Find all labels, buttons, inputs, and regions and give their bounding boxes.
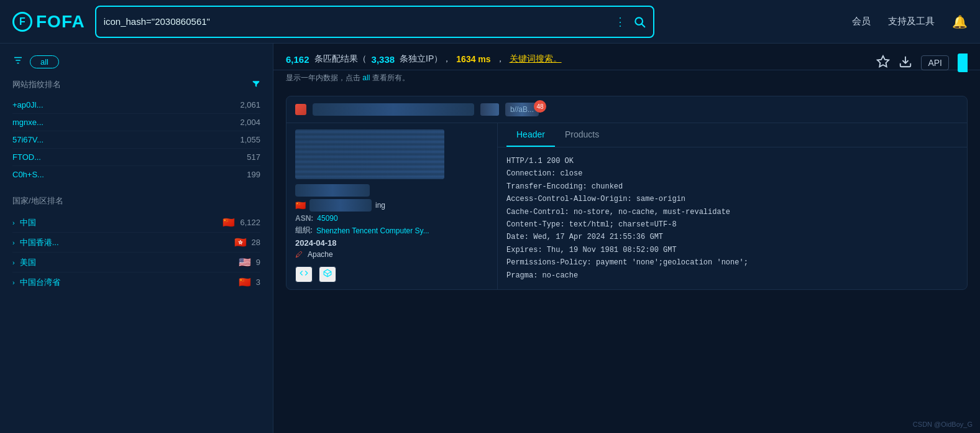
api-button[interactable]: API bbox=[921, 55, 949, 70]
card-right: Header Products HTTP/1.1 200 OK Connecti… bbox=[498, 123, 967, 289]
results-ms-suffix: ， bbox=[496, 54, 505, 65]
country-list: › 中国 🇨🇳 6,122 › 中国香港... 🇭🇰 28 › 美国 🇺🇸 9 … bbox=[12, 213, 260, 292]
header-line-7: Expires: Thu, 19 Nov 1981 08:52:00 GMT bbox=[506, 244, 958, 256]
fingerprint-item-0[interactable]: +ap0Jl... 2,061 bbox=[12, 96, 260, 114]
svg-line-1 bbox=[641, 24, 644, 27]
tab-header[interactable]: Header bbox=[506, 123, 555, 147]
bell-icon[interactable]: 🔔 bbox=[952, 14, 968, 29]
preview-blur bbox=[295, 129, 444, 179]
results-note: 显示一年内数据，点击 all 查看所有。 bbox=[273, 70, 980, 90]
date-row: 2024-04-18 bbox=[295, 238, 488, 248]
sidebar-controls: all bbox=[12, 55, 260, 69]
fingerprint-section-title: 网站指纹排名 bbox=[12, 79, 260, 90]
results-count-label: 条匹配结果（ bbox=[314, 54, 367, 65]
header-line-8: Permissions-Policy: payment 'none';geolo… bbox=[506, 256, 958, 269]
keyword-search-link[interactable]: 关键词搜索。 bbox=[510, 54, 562, 65]
chevron-icon: › bbox=[12, 279, 15, 286]
fingerprint-item-1[interactable]: mgnxe... 2,004 bbox=[12, 114, 260, 131]
nav-tools[interactable]: 支持及工具 bbox=[888, 16, 935, 27]
results-area: 6,162 条匹配结果（ 3,338 条独立IP）， 1634 ms ， 关键词… bbox=[273, 44, 980, 433]
tabs-row: Header Products bbox=[498, 123, 967, 147]
asn-row: ASN: 45090 bbox=[295, 214, 488, 223]
top-actions: API bbox=[876, 54, 968, 72]
results-header: 6,162 条匹配结果（ 3,338 条独立IP）， 1634 ms ， 关键词… bbox=[273, 44, 980, 70]
download-icon[interactable] bbox=[899, 55, 912, 72]
blurred-url[interactable] bbox=[313, 103, 474, 116]
results-header-wrap: 6,162 条匹配结果（ 3,338 条独立IP）， 1634 ms ， 关键词… bbox=[273, 44, 980, 90]
country-item-hk[interactable]: › 中国香港... 🇭🇰 28 bbox=[12, 233, 260, 253]
header-line-3: Access-Control-Allow-Origin: same-origin bbox=[506, 193, 958, 205]
all-badge[interactable]: all bbox=[30, 55, 59, 68]
logo-circle: F bbox=[12, 12, 32, 32]
svg-marker-5 bbox=[877, 55, 889, 66]
results-ms: 1634 ms bbox=[456, 54, 490, 64]
search-options-icon[interactable]: ⋮ bbox=[612, 12, 628, 31]
header-line-4: Cache-Control: no-store, no-cache, must-… bbox=[506, 206, 958, 218]
result-card: b//aB... 48 🇨🇳 bbox=[286, 96, 968, 290]
blurred-row-2: 🇨🇳 ing bbox=[295, 199, 488, 212]
logo-text: FOFA bbox=[36, 12, 85, 32]
search-input[interactable] bbox=[104, 16, 607, 27]
header-content: HTTP/1.1 200 OK Connection: close Transf… bbox=[498, 147, 967, 289]
fingerprint-filter-icon[interactable] bbox=[252, 80, 260, 90]
results-ip-count: 3,338 bbox=[372, 54, 395, 65]
chevron-icon: › bbox=[12, 219, 15, 226]
nav-member[interactable]: 会员 bbox=[852, 16, 871, 27]
header-line-2: Transfer-Encoding: chunked bbox=[506, 180, 958, 193]
card-preview bbox=[295, 129, 444, 179]
search-button[interactable] bbox=[633, 16, 646, 28]
org-value[interactable]: Shenzhen Tencent Computer Sy... bbox=[316, 226, 429, 235]
fingerprint-item-3[interactable]: FTOD... 517 bbox=[12, 149, 260, 166]
green-tab bbox=[958, 54, 968, 72]
card-meta: 🇨🇳 ing ASN: 45090 组织: Shenzhen Tencent C… bbox=[295, 184, 488, 282]
fingerprint-item-4[interactable]: C0h+S... 199 bbox=[12, 166, 260, 183]
blurred-icon bbox=[480, 103, 499, 116]
country-section-title: 国家/地区排名 bbox=[12, 195, 260, 207]
fingerprint-item-2[interactable]: 57i67V... 1,055 bbox=[12, 131, 260, 149]
search-bar: ⋮ bbox=[95, 6, 654, 38]
chevron-icon: › bbox=[12, 259, 15, 266]
star-icon[interactable] bbox=[876, 55, 890, 72]
chevron-icon: › bbox=[12, 239, 15, 246]
results-count: 6,162 bbox=[286, 54, 309, 65]
fingerprint-list: +ap0Jl... 2,061 mgnxe... 2,004 57i67V...… bbox=[12, 96, 260, 183]
tech-label[interactable]: Apache bbox=[308, 250, 333, 259]
card-top: b//aB... 48 bbox=[286, 96, 967, 123]
card-body: 🇨🇳 ing ASN: 45090 组织: Shenzhen Tencent C… bbox=[286, 123, 967, 289]
card-icons bbox=[295, 266, 488, 282]
logo[interactable]: F FOFA bbox=[12, 12, 85, 32]
cube-icon-button[interactable] bbox=[319, 266, 336, 282]
nav-right: 会员 支持及工具 🔔 bbox=[852, 14, 968, 29]
country-item-china[interactable]: › 中国 🇨🇳 6,122 bbox=[12, 213, 260, 233]
org-row: 组织: Shenzhen Tencent Computer Sy... bbox=[295, 225, 488, 236]
tab-products[interactable]: Products bbox=[555, 123, 609, 147]
blurred-meta-2 bbox=[309, 199, 372, 212]
country-item-tw[interactable]: › 中国台湾省 🇨🇳 3 bbox=[12, 272, 260, 292]
header-line-6: Date: Wed, 17 Apr 2024 21:55:36 GMT bbox=[506, 231, 958, 243]
badge-count: 48 bbox=[534, 100, 546, 113]
site-favicon bbox=[295, 104, 306, 115]
sidebar: all 网站指纹排名 +ap0Jl... 2,061 mgnxe... 2,00… bbox=[0, 44, 273, 433]
header-line-5: Content-Type: text/html; charset=UTF-8 bbox=[506, 218, 958, 231]
watermark: CSDN @OidBoy_G bbox=[913, 421, 973, 428]
card-left: 🇨🇳 ing ASN: 45090 组织: Shenzhen Tencent C… bbox=[286, 123, 498, 289]
results-ip-label: 条独立IP）， bbox=[400, 54, 451, 65]
header-line-9: Pragma: no-cache bbox=[506, 269, 958, 282]
asn-value[interactable]: 45090 bbox=[317, 214, 337, 223]
code-icon-button[interactable] bbox=[295, 266, 313, 282]
tech-row: 🖊 Apache bbox=[295, 250, 488, 259]
blurred-meta-1 bbox=[295, 184, 370, 197]
filter-icon[interactable] bbox=[12, 55, 24, 69]
main-content: all 网站指纹排名 +ap0Jl... 2,061 mgnxe... 2,00… bbox=[0, 44, 980, 433]
top-nav: F FOFA ⋮ 会员 支持及工具 🔔 bbox=[0, 0, 980, 44]
blurred-row-1 bbox=[295, 184, 488, 197]
tech-icon: 🖊 bbox=[295, 250, 303, 259]
header-line-1: Connection: close bbox=[506, 167, 958, 180]
tag-with-badge: b//aB... 48 bbox=[505, 103, 546, 116]
country-item-us[interactable]: › 美国 🇺🇸 9 bbox=[12, 253, 260, 272]
date-value: 2024-04-18 bbox=[295, 238, 337, 248]
all-link[interactable]: all bbox=[362, 73, 370, 82]
header-line-0: HTTP/1.1 200 OK bbox=[506, 155, 958, 167]
